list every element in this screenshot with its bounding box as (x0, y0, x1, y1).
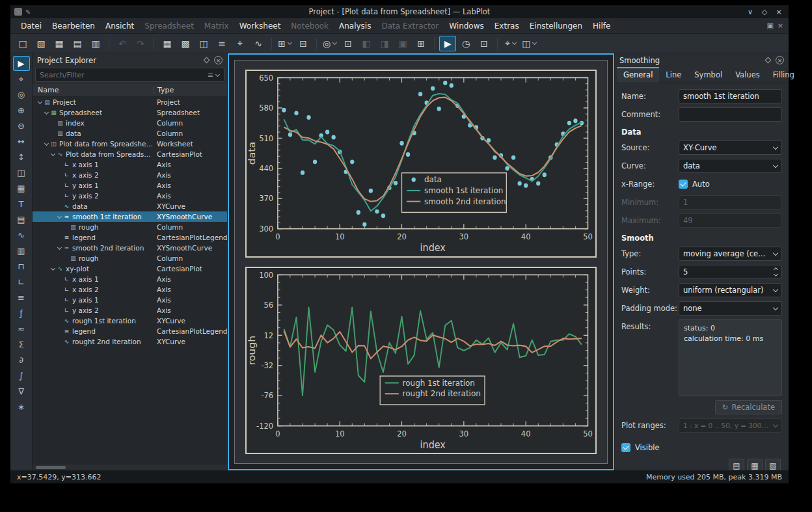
visible-checkbox[interactable] (621, 443, 630, 452)
convolution-button[interactable]: ∗ (13, 399, 30, 414)
menu-extras[interactable]: Extras (489, 20, 524, 32)
name-input[interactable] (679, 89, 782, 103)
type-combo[interactable]: moving average (central) (679, 247, 782, 261)
tree-row[interactable]: ≡legendCartesianPlotLegend (33, 326, 227, 336)
zoom-mode-button[interactable]: ◎ (321, 36, 338, 51)
presenter-mode-button[interactable]: ◫ (521, 36, 538, 51)
xy-plot[interactable]: 01020304050-120-76-321256100indexroughro… (245, 267, 597, 455)
select-tool-button[interactable]: ▶ (13, 56, 30, 71)
scrollbar-thumb[interactable] (36, 466, 66, 469)
tree-row[interactable]: ≈smooth 2nd iterationXYSmoothCurve (33, 243, 227, 253)
new-plot-button[interactable]: ∿ (250, 36, 267, 51)
horizontal-scrollbar[interactable] (33, 465, 227, 470)
tab-line[interactable]: Line (659, 67, 688, 83)
zoom-in-tool-button[interactable]: ⊕ (13, 103, 30, 118)
tree-row[interactable]: ▦SpreadsheetSpreadsheet (33, 107, 227, 118)
new-worksheet-button[interactable]: ◫ (195, 36, 212, 51)
tree-row[interactable]: ∟y axis 1Axis (33, 295, 227, 305)
tree-row[interactable]: ∿Plot data from SpreadsheetCartesianPlot (33, 149, 227, 159)
tree-row[interactable]: ∿xy-plotCartesianPlot (33, 263, 227, 274)
print-button[interactable]: ▤ (69, 36, 86, 51)
add-axis-button[interactable]: ∟ (13, 275, 30, 290)
new-project-button[interactable]: □ (14, 36, 31, 51)
expander-icon[interactable] (36, 101, 43, 103)
add-plot-template-button[interactable]: ▦ (13, 181, 30, 196)
differentiate-button[interactable]: ∂ (13, 353, 30, 368)
new-notebook-button[interactable]: ≡ (213, 36, 230, 51)
new-matrix-button[interactable]: ▩ (177, 36, 194, 51)
expander-icon[interactable] (49, 268, 56, 270)
tree-row[interactable]: ▤ProjectProject (33, 97, 227, 107)
worksheet-view[interactable]: 01020304050300370440510580650indexdatada… (228, 53, 614, 470)
tree-row[interactable]: ▥indexColumn (33, 118, 227, 128)
add-histogram-button[interactable]: ▥ (13, 243, 30, 258)
tree-row[interactable]: ∟x axis 1Axis (33, 274, 227, 284)
float-panel-icon[interactable] (204, 57, 210, 64)
magnification-button[interactable]: ⌖ (502, 36, 519, 51)
weight-combo[interactable]: uniform (rectangular) (679, 283, 782, 297)
menu-worksheet[interactable]: Worksheet (234, 20, 286, 32)
import-button[interactable]: ⊞ (277, 36, 293, 51)
recalculate-button[interactable]: ↻ Recalculate (715, 400, 782, 414)
open-project-button[interactable]: ▧ (33, 36, 49, 51)
fit-function-button[interactable]: ƒ (13, 306, 30, 321)
crosshair-button[interactable]: ◷ (457, 36, 474, 51)
plot-data-from-spreadsheet[interactable]: 01020304050300370440510580650indexdatada… (245, 70, 597, 258)
save-project-button[interactable]: ▦ (51, 36, 68, 51)
menu-hilfe[interactable]: Hilfe (588, 20, 616, 32)
add-image-button[interactable]: ▤ (13, 212, 30, 227)
zoom-fit-button[interactable]: ⊡ (340, 36, 357, 51)
search-input[interactable] (40, 71, 208, 79)
add-text-label-button[interactable]: T (13, 196, 30, 211)
integrate-button[interactable]: ∫ (13, 368, 30, 383)
rough-plot-svg[interactable]: 01020304050-120-76-321256100indexroughro… (247, 268, 595, 453)
expander-icon[interactable] (43, 143, 49, 145)
zoom-out-tool-button[interactable]: ⊖ (13, 118, 30, 133)
add-plot-button[interactable]: ◫ (13, 165, 30, 180)
fullscreen-button[interactable]: ⊞ (413, 36, 429, 51)
data-plot-svg[interactable]: 01020304050300370440510580650indexdatada… (247, 71, 595, 256)
tree-row[interactable]: ∟y axis 2Axis (33, 305, 227, 316)
zoom-select-button[interactable]: ⊡ (476, 36, 493, 51)
tree-row[interactable]: ∟x axis 1Axis (33, 159, 227, 170)
tree-row[interactable]: ∟x axis 2Axis (33, 170, 227, 180)
expander-icon[interactable] (56, 216, 62, 218)
menu-ansicht[interactable]: Ansicht (100, 20, 139, 32)
close-button[interactable]: × (773, 7, 785, 17)
tree-row[interactable]: ▥roughColumn (33, 253, 227, 263)
tree-row[interactable]: ∟y axis 2Axis (33, 191, 227, 201)
new-spreadsheet-button[interactable]: ▦ (159, 36, 176, 51)
add-xy-curve-button[interactable]: ∿ (13, 228, 30, 243)
auto-checkbox[interactable] (679, 180, 688, 189)
interpolate-button[interactable]: ∇ (13, 384, 30, 399)
maximize-button[interactable]: ◇ (759, 7, 770, 17)
select-mode-button[interactable]: ▶ (439, 36, 456, 51)
expander-icon[interactable] (43, 112, 49, 114)
tree-row[interactable]: ∿rought 2nd iterationXYCurve (33, 336, 227, 347)
curve-combo[interactable]: data (679, 159, 782, 173)
worksheet-page[interactable]: 01020304050300370440510580650indexdatada… (234, 60, 608, 464)
add-legend-button[interactable]: ≡ (13, 290, 30, 305)
spin-down-icon[interactable] (774, 272, 778, 276)
source-combo[interactable]: XY-Curve (679, 141, 782, 155)
shift-x-tool-button[interactable]: ↔ (13, 134, 30, 149)
menu-windows[interactable]: Windows (444, 20, 489, 32)
save-configuration-button[interactable]: ▦ (747, 459, 763, 470)
tree-row[interactable]: ◫Plot data from SpreadsheetWorksheet (33, 139, 227, 149)
tree-row[interactable]: ∿dataXYCurve (33, 201, 227, 211)
tree-row[interactable]: ▥roughColumn (33, 222, 227, 232)
close-panel-icon[interactable]: × (214, 56, 223, 64)
points-spinbox[interactable]: 5 (679, 265, 782, 279)
tree-row[interactable]: ∟y axis 1Axis (33, 180, 227, 191)
tree-row[interactable]: ∟x axis 2Axis (33, 284, 227, 295)
load-configuration-button[interactable]: ▤ (729, 459, 744, 470)
comment-input[interactable] (679, 107, 782, 122)
save-default-button[interactable]: ▧ (765, 459, 781, 470)
filter-options-icon[interactable]: ≡ (208, 71, 220, 79)
tab-filling[interactable]: Filling (766, 67, 801, 83)
search-filter-box[interactable]: ≡ (35, 68, 224, 82)
float-dock-icon[interactable] (765, 57, 772, 64)
tree-row[interactable]: ▥dataColumn (33, 128, 227, 139)
expander-icon[interactable] (56, 247, 62, 249)
tree-header[interactable]: Name Type (33, 84, 227, 97)
